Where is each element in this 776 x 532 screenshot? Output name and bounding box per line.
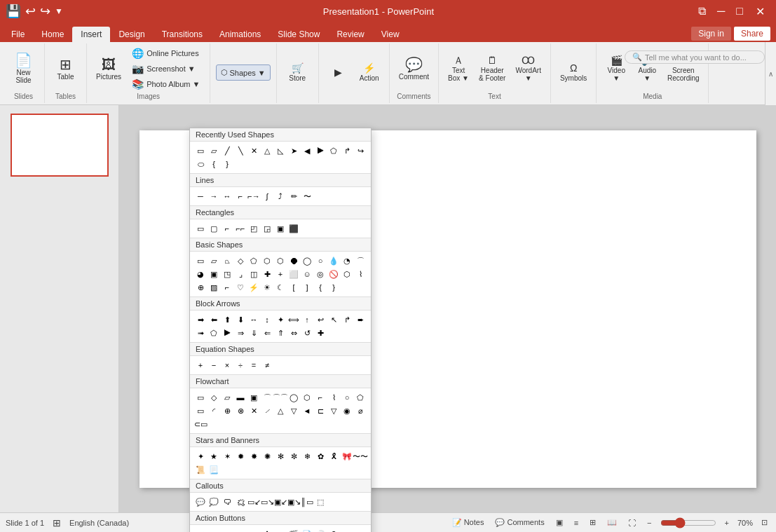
- shape-fc-offpage[interactable]: ⬠: [354, 391, 367, 404]
- shapes-button[interactable]: ⬡ Shapes ▼: [216, 64, 270, 81]
- shape-wave[interactable]: 〜〜: [354, 450, 367, 463]
- shape-ba-right-arrow-callout[interactable]: ⇒: [234, 327, 247, 339]
- shape-bs-pie[interactable]: ◕: [194, 268, 207, 280]
- shape-bs-arc[interactable]: ⌒: [354, 254, 367, 267]
- shape-bs-hexagon[interactable]: ⬡: [261, 254, 273, 267]
- shape-ba-up-down[interactable]: ↕: [261, 313, 273, 326]
- customize-icon[interactable]: ▼: [55, 6, 63, 16]
- shape-ba-down[interactable]: ⬇: [234, 313, 247, 326]
- shape-bs-circle[interactable]: ○: [314, 254, 327, 267]
- shape-bs-bevel[interactable]: ⬜: [287, 268, 300, 280]
- shape-callout-rect[interactable]: 💬: [194, 496, 207, 508]
- shape-ba-plus[interactable]: ✚: [314, 327, 327, 339]
- shape-triangle[interactable]: △: [261, 144, 273, 157]
- shape-bs-cube[interactable]: ⬡: [341, 268, 353, 280]
- sign-in-button[interactable]: Sign in: [691, 27, 731, 41]
- shape-ba-up-callout[interactable]: ⇑: [274, 327, 287, 339]
- shape-ba-left-right[interactable]: ↔: [247, 313, 260, 326]
- shape-bs-left-bracket[interactable]: [: [287, 281, 300, 294]
- shape-fc-decision[interactable]: ◇: [207, 391, 220, 404]
- shape-bs-lightning[interactable]: ⚡: [247, 281, 260, 294]
- shape-fc-extract[interactable]: △: [274, 404, 287, 417]
- shape-ba-chevron[interactable]: ⯈: [221, 327, 233, 339]
- shape-fc-preparation[interactable]: ⬡: [301, 391, 313, 404]
- shape-line-diag1[interactable]: ╱: [221, 144, 233, 157]
- shape-fc-tape[interactable]: ◜: [207, 404, 220, 417]
- shape-snip-same[interactable]: ⌐⌐: [234, 222, 247, 235]
- shape-star8[interactable]: ✸: [247, 450, 260, 463]
- shape-snip-round[interactable]: ⬛: [287, 222, 300, 235]
- table-button[interactable]: ⊞ Table: [52, 55, 80, 83]
- shape-fc-connector[interactable]: ○: [341, 391, 353, 404]
- shape-bs-half-frame[interactable]: ◳: [221, 268, 233, 280]
- shape-fc-stored-data[interactable]: ◄: [301, 404, 313, 417]
- shape-callout-cloud[interactable]: 🗯: [234, 496, 247, 508]
- shape-star5[interactable]: ★: [207, 450, 220, 463]
- shape-bs-cylinder[interactable]: ⌇: [354, 268, 367, 280]
- fit-slide-icon[interactable]: ⊞: [53, 517, 61, 528]
- shape-rect2[interactable]: ▭: [194, 222, 207, 235]
- shape-vertical-scroll[interactable]: 📃: [207, 463, 220, 476]
- redo-icon[interactable]: ↪: [40, 4, 50, 19]
- fit-page-button[interactable]: ⊡: [758, 517, 770, 528]
- shape-star32[interactable]: ✿: [314, 450, 327, 463]
- shape-ba-left-right2[interactable]: ⟺: [287, 313, 300, 326]
- shape-scribble[interactable]: 〜: [301, 190, 313, 203]
- shape-fc-delay[interactable]: ⊏: [314, 404, 327, 417]
- shape-ba-notched[interactable]: ➟: [194, 327, 207, 339]
- screenshot-button[interactable]: 📷 Screenshot ▼: [128, 62, 204, 76]
- minimize-icon[interactable]: ─: [713, 4, 729, 19]
- shape-double-arrow[interactable]: ↔: [221, 190, 233, 203]
- shape-curved-arrow[interactable]: ↪: [354, 144, 367, 157]
- shape-fc-preprocess[interactable]: ▬: [234, 391, 247, 404]
- shape-line[interactable]: ─: [194, 190, 207, 203]
- shape-bs-frame[interactable]: ▣: [207, 268, 220, 280]
- tab-insert[interactable]: Insert: [72, 27, 110, 42]
- shape-curved-conn[interactable]: ∫: [261, 190, 273, 203]
- shape-fc-collate[interactable]: ✕: [247, 404, 260, 417]
- close-icon[interactable]: ✕: [750, 4, 770, 20]
- shape-bs-plus[interactable]: +: [274, 268, 287, 280]
- comment-button[interactable]: 💬 Comment: [395, 55, 433, 83]
- pictures-button[interactable]: 🖼 Pictures: [93, 55, 125, 83]
- shape-round-one[interactable]: ◲: [261, 222, 273, 235]
- shape-action-blank[interactable]: □: [341, 528, 353, 532]
- shape-curved-arrow2[interactable]: ⤴: [274, 190, 287, 203]
- shape-ribbon-up[interactable]: 🎗: [327, 450, 340, 463]
- shape-arrow-left[interactable]: ◀: [301, 144, 313, 157]
- shape-fc-magnetic-disk[interactable]: ◉: [341, 404, 353, 417]
- shape-fc-data[interactable]: ▱: [221, 391, 233, 404]
- shape-fc-manual-op[interactable]: ⌇: [327, 391, 340, 404]
- shape-action-home[interactable]: ⌂: [247, 528, 260, 532]
- shape-action-back[interactable]: ◀: [194, 528, 207, 532]
- shape-star12[interactable]: ✻: [274, 450, 287, 463]
- new-slide-button[interactable]: 📄 NewSlide: [10, 51, 38, 86]
- shape-action-end[interactable]: ⏭: [234, 528, 247, 532]
- shape-brace-left[interactable]: {: [207, 158, 220, 170]
- shape-bs-corner[interactable]: ⌟: [234, 268, 247, 280]
- view-sorter-button[interactable]: ⊞: [587, 517, 599, 528]
- undo-icon[interactable]: ↩: [25, 4, 36, 19]
- zoom-slider[interactable]: [660, 517, 716, 528]
- view-normal-button[interactable]: ▣: [553, 517, 566, 528]
- shape-bs-right-brace[interactable]: }: [327, 281, 340, 294]
- shape-fc-merge[interactable]: ▽: [287, 404, 300, 417]
- shape-action-forward[interactable]: ▶: [207, 528, 220, 532]
- shape-fc-summing[interactable]: ⊕: [221, 404, 233, 417]
- shape-fc-direct-access[interactable]: ⌀: [354, 404, 367, 417]
- shape-freeform[interactable]: ✏: [287, 190, 300, 203]
- shape-star16[interactable]: ✼: [287, 450, 300, 463]
- shape-elbow-arrow[interactable]: ↱: [341, 144, 353, 157]
- shape-bs-parallelogram[interactable]: ▱: [207, 254, 220, 267]
- shape-arrow-right[interactable]: ➤: [287, 144, 300, 157]
- tab-animations[interactable]: Animations: [211, 27, 269, 42]
- shape-star4[interactable]: ✦: [194, 450, 207, 463]
- symbols-button[interactable]: Ω Symbols: [557, 61, 590, 84]
- shape-bs-heart[interactable]: ♡: [234, 281, 247, 294]
- shape-eq-minus[interactable]: −: [207, 359, 220, 371]
- tab-view[interactable]: View: [373, 27, 408, 42]
- shape-fc-manual-input[interactable]: ⌐: [314, 391, 327, 404]
- shape-bs-sun[interactable]: ☀: [261, 281, 273, 294]
- shape-bs-heptagon[interactable]: ⬡: [274, 254, 287, 267]
- shape-callout-bent1[interactable]: ▣↙: [274, 496, 287, 508]
